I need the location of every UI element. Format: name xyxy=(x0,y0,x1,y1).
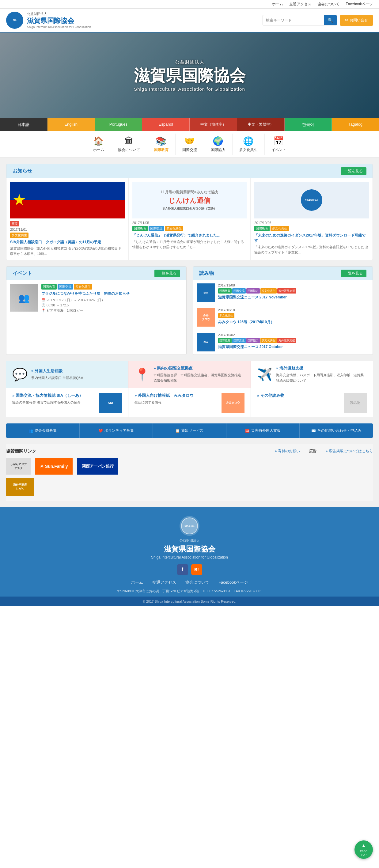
cta-members-label: 協会会員募集 xyxy=(35,428,57,433)
r2-tag1: 多文化共生 xyxy=(218,313,234,318)
footer-nav-home[interactable]: ホーム xyxy=(131,580,143,585)
readings-title: 読み物 xyxy=(199,270,214,277)
footer-org-name: 滋賀県国際協会 xyxy=(164,544,215,554)
events-view-all[interactable]: 一覧を見る xyxy=(154,270,180,277)
nav-icon-about[interactable]: 🏛 協会について xyxy=(111,133,147,155)
oshirase-section: お知らせ 一覧を見る 重要 2017/11/01 多文化共生 SIA外国人相談窓… xyxy=(6,164,373,260)
service-consultation-title: 外国人生活相談 xyxy=(35,369,63,373)
topnav-about[interactable]: 協会について xyxy=(317,2,340,7)
news-link-3[interactable]: 「未来のための進路ガイダンス2017年版」資料ダウンロード可能です xyxy=(254,233,366,243)
lang-tab-chinese-simplified[interactable]: 中文（簡体字） xyxy=(190,118,237,131)
lang-tab-chinese-traditional[interactable]: 中文（繁體字） xyxy=(237,118,285,131)
news-date-1: 2017/11/01 xyxy=(10,228,125,231)
service-other-title: その他読み物 xyxy=(260,393,284,398)
readings-section: 読み物 一覧を見る SIA 2017/11/08 国際教育 国際交流 国際協力 … xyxy=(193,266,373,355)
tag-3-2: 多文化共生 xyxy=(271,226,289,231)
event-tag-1: 国際教育 xyxy=(41,284,57,289)
partner-logo-1[interactable]: しがんアジアデスク xyxy=(6,458,31,474)
lang-tab-japanese[interactable]: 日本語 xyxy=(0,118,48,131)
footer-nav: ホーム 交通アクセス 協会について Facebookページ xyxy=(6,580,373,585)
footer-nav-facebook[interactable]: Facebookページ xyxy=(218,580,248,585)
nav-icon-exchange[interactable]: 🤝 国際交流 xyxy=(176,133,204,155)
service-other-readings[interactable]: » その他読み物 読み物 xyxy=(251,388,373,417)
facebook-button[interactable]: f xyxy=(177,564,188,575)
cta-disaster-label: 災害時外国人支援 xyxy=(251,428,281,433)
nav-icon-events[interactable]: 📅 イベント xyxy=(265,133,293,155)
service-travel[interactable]: ✈️ » 海外渡航支援 海外安全情報、パスポート用写真撮影、収入印紙・滋賀県証紙… xyxy=(251,361,373,388)
lang-tab-spanish[interactable]: Español xyxy=(142,118,190,131)
r3-tag4: 多文化共生 xyxy=(260,338,277,343)
nav-icon-events-label: イベント xyxy=(272,147,286,153)
logo-main: 滋賀県国際協会 xyxy=(27,16,91,25)
reading-link-2[interactable]: みみタロウ 125号（2017年10月） xyxy=(218,320,274,324)
event-tag-2: 国際交流 xyxy=(58,284,73,289)
lang-tab-tagalog[interactable]: Tagalog xyxy=(332,118,379,131)
reading-item-3: SIA 2017/10/02 国際教育 国際交流 国際協力 多文化共生 海外渡航… xyxy=(193,330,373,354)
cta-disaster[interactable]: 🆘災害時外国人支援 xyxy=(226,424,300,438)
nav-icon-education[interactable]: 📚 国際教育 xyxy=(147,133,176,155)
lang-tab-portuguese[interactable]: Português xyxy=(95,118,143,131)
lang-tab-korean[interactable]: 한국어 xyxy=(285,118,332,131)
ad-label: 広告 xyxy=(309,448,316,454)
nav-icon-exchange-label: 国際交流 xyxy=(182,147,197,153)
service-sia-mag[interactable]: » 国際交流・協力情報誌 SIA（しーあ） 協会の事業報告 滋賀で活躍する外国人… xyxy=(6,388,128,417)
service-mimitaro-title: 外国人向け情報紙 みみタロウ xyxy=(138,393,194,398)
nav-icon-multicultural[interactable]: 🌐 多文化共生 xyxy=(232,133,265,155)
search-input[interactable] xyxy=(263,16,324,25)
tag-1-1: 多文化共生 xyxy=(10,232,29,238)
partner-logos: しがんアジアデスク ☀ Sun.Family 関西アーバン銀行 xyxy=(6,458,373,474)
donation-link[interactable]: » 寄付のお願い xyxy=(275,448,300,454)
readings-view-all[interactable]: 一覧を見る xyxy=(341,270,367,277)
r1-tag5: 海外渡航支援 xyxy=(277,288,296,293)
oshirase-view-all[interactable]: 一覧を見る xyxy=(341,167,367,175)
cta-volunteer[interactable]: ❤️ボランティア募集 xyxy=(80,424,153,438)
footer-nav-about[interactable]: 協会について xyxy=(185,580,209,585)
reading-item-1: SIA 2017/11/08 国際教育 国際交流 国際協力 多文化共生 海外渡航… xyxy=(193,280,373,305)
footer-address: 〒520-0801 大津市におの浜一丁目1-20 ピアザ淡海2階 TEL.077… xyxy=(6,589,373,593)
cta-rental-label: 貸出サービス xyxy=(181,428,203,433)
event-link-1[interactable]: ブラジルにつながりを持つふたり展 開催のお知らせ xyxy=(41,291,130,296)
main-content: お知らせ 一覧を見る 重要 2017/11/01 多文化共生 SIA外国人相談窓… xyxy=(0,158,379,507)
topnav-access[interactable]: 交通アクセス xyxy=(289,2,311,7)
reading-link-1[interactable]: 滋賀県国際交流ニュース 2017 November xyxy=(218,295,287,299)
cta-rental[interactable]: 📋貸出サービス xyxy=(153,424,226,438)
topnav-facebook[interactable]: Facebookページ xyxy=(346,2,373,7)
service-consultation[interactable]: 💬 » 外国人生活相談 県内外国人相談窓口 生活相談Q&A xyxy=(6,361,128,388)
event-tag-3: 多文化共生 xyxy=(74,284,92,289)
logo-en: Shiga Intercultural Association for Glob… xyxy=(27,25,91,29)
search-contact: 🔍 ✉お問い合せ xyxy=(262,15,373,26)
service-exchange-points[interactable]: 📍 » 県内の国際交流拠点 市町国際担当課・市町国際交流協会、滋賀県国際交流推進… xyxy=(128,361,250,388)
news-desc-2: 「じんけん通信」11月号で当協会の事業が紹介されました！人権に関する情報をわかり… xyxy=(132,239,247,249)
r3-tag1: 国際教育 xyxy=(218,338,232,343)
service-exchange-desc: 市町国際担当課・市町国際交流協会、滋賀県国際交流推進協議会加盟団体 xyxy=(154,373,244,383)
footer-nav-access[interactable]: 交通アクセス xyxy=(152,580,176,585)
partner-logo-3[interactable]: 関西アーバン銀行 xyxy=(77,458,118,474)
ad-link[interactable]: » 広告掲載についてはこちら xyxy=(326,448,373,454)
cta-contact[interactable]: ✉️その他問い合わせ・申込み xyxy=(299,424,373,438)
r3-tag5: 海外渡航支援 xyxy=(277,338,296,343)
contact-button[interactable]: ✉お問い合せ xyxy=(340,15,373,26)
cta-volunteer-label: ボランティア募集 xyxy=(104,428,134,433)
nav-icon-cooperation[interactable]: 🌍 国際協力 xyxy=(204,133,232,155)
blog-button[interactable]: B! xyxy=(191,564,202,575)
cta-members[interactable]: 👥協会会員募集 xyxy=(6,424,80,438)
reading-link-3[interactable]: 滋賀県国際交流ニュース 2017 October xyxy=(218,345,283,349)
lang-tab-english[interactable]: English xyxy=(48,118,95,131)
partner-logo-2[interactable]: ☀ Sun.Family xyxy=(35,458,73,474)
news-link-2[interactable]: 『じんけん通信』（滋賀県発行）で紹介されました… xyxy=(132,233,221,238)
nav-icon-about-label: 協会について xyxy=(118,147,140,153)
news-link-1[interactable]: SIA外国人相談窓口 タガログ語（英語）の11月の予定 xyxy=(10,240,101,244)
readings-header: 読み物 一覧を見る xyxy=(193,267,373,280)
partners-title: 協賛機関リンク xyxy=(6,448,36,454)
nav-icon-home[interactable]: 🏠 ホーム xyxy=(86,133,111,155)
topnav-home[interactable]: ホーム xyxy=(272,2,283,7)
cta-contact-label: その他問い合わせ・申込み xyxy=(317,428,361,433)
event-date-range: 📅 2017/11/12（日）～ 2017/11/26（日） xyxy=(41,298,130,302)
reading-date-3: 2017/10/02 xyxy=(218,333,296,337)
search-button[interactable]: 🔍 xyxy=(324,15,337,25)
service-mimitaro[interactable]: » 外国人向け情報紙 みみタロウ 生活に関する情報 みみタロウ xyxy=(128,388,250,417)
lang-tabs: 日本語 English Português Español 中文（簡体字） 中文… xyxy=(0,118,379,131)
footer-sns: f B! xyxy=(6,564,373,575)
r1-tag1: 国際教育 xyxy=(218,288,232,293)
nav-icon-education-label: 国際教育 xyxy=(154,147,168,153)
